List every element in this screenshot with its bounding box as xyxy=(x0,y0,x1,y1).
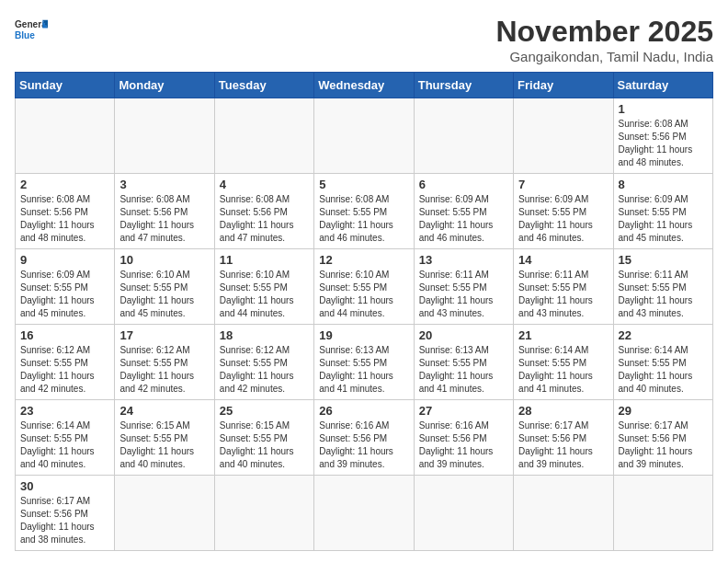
weekday-header-saturday: Saturday xyxy=(613,73,712,98)
day-number: 15 xyxy=(619,253,708,267)
day-info: Sunrise: 6:14 AM Sunset: 5:55 PM Dayligh… xyxy=(619,344,708,396)
day-number: 5 xyxy=(319,178,408,191)
calendar-cell: 25Sunrise: 6:15 AM Sunset: 5:55 PM Dayli… xyxy=(214,400,313,476)
day-number: 16 xyxy=(20,328,109,342)
weekday-header-sunday: Sunday xyxy=(16,73,115,98)
calendar-cell: 19Sunrise: 6:13 AM Sunset: 5:55 PM Dayli… xyxy=(314,325,414,400)
calendar-cell xyxy=(214,98,313,174)
week-row-2: 2Sunrise: 6:08 AM Sunset: 5:56 PM Daylig… xyxy=(16,174,713,249)
page-container: General Blue November 2025 Gangaikondan,… xyxy=(15,15,713,551)
calendar-cell xyxy=(115,476,214,551)
day-number: 6 xyxy=(419,178,508,191)
day-info: Sunrise: 6:16 AM Sunset: 5:56 PM Dayligh… xyxy=(319,419,408,471)
day-info: Sunrise: 6:10 AM Sunset: 5:55 PM Dayligh… xyxy=(319,269,408,320)
location-title: Gangaikondan, Tamil Nadu, India xyxy=(495,49,713,64)
weekday-header-monday: Monday xyxy=(115,73,214,98)
logo: General Blue xyxy=(15,15,48,48)
calendar-cell: 2Sunrise: 6:08 AM Sunset: 5:56 PM Daylig… xyxy=(16,174,115,249)
calendar-cell: 4Sunrise: 6:08 AM Sunset: 5:56 PM Daylig… xyxy=(214,174,313,249)
day-number: 24 xyxy=(119,404,209,418)
calendar-cell: 11Sunrise: 6:10 AM Sunset: 5:55 PM Dayli… xyxy=(214,249,313,325)
week-row-1: 1Sunrise: 6:08 AM Sunset: 5:56 PM Daylig… xyxy=(16,98,713,174)
calendar-cell xyxy=(214,476,313,551)
day-info: Sunrise: 6:17 AM Sunset: 5:56 PM Dayligh… xyxy=(20,495,109,546)
day-info: Sunrise: 6:15 AM Sunset: 5:55 PM Dayligh… xyxy=(119,419,209,471)
day-number: 14 xyxy=(518,253,608,267)
day-info: Sunrise: 6:15 AM Sunset: 5:55 PM Dayligh… xyxy=(220,419,309,471)
day-number: 4 xyxy=(220,178,309,191)
day-number: 1 xyxy=(619,102,708,116)
day-number: 17 xyxy=(119,328,209,342)
day-info: Sunrise: 6:11 AM Sunset: 5:55 PM Dayligh… xyxy=(518,269,608,320)
day-number: 22 xyxy=(619,328,708,342)
day-number: 18 xyxy=(220,328,309,342)
day-info: Sunrise: 6:12 AM Sunset: 5:55 PM Dayligh… xyxy=(20,344,109,396)
calendar-cell: 21Sunrise: 6:14 AM Sunset: 5:55 PM Dayli… xyxy=(514,325,613,400)
calendar-cell xyxy=(115,98,214,174)
day-number: 23 xyxy=(20,404,109,418)
calendar-cell: 29Sunrise: 6:17 AM Sunset: 5:56 PM Dayli… xyxy=(613,400,712,476)
day-info: Sunrise: 6:09 AM Sunset: 5:55 PM Dayligh… xyxy=(619,193,708,245)
day-number: 30 xyxy=(20,479,109,493)
day-info: Sunrise: 6:14 AM Sunset: 5:55 PM Dayligh… xyxy=(20,419,109,471)
day-number: 7 xyxy=(518,178,608,191)
calendar-cell: 23Sunrise: 6:14 AM Sunset: 5:55 PM Dayli… xyxy=(16,400,115,476)
calendar-cell xyxy=(314,476,414,551)
month-title: November 2025 xyxy=(495,15,713,49)
day-number: 9 xyxy=(20,253,109,267)
calendar-cell: 27Sunrise: 6:16 AM Sunset: 5:56 PM Dayli… xyxy=(414,400,513,476)
calendar-cell: 30Sunrise: 6:17 AM Sunset: 5:56 PM Dayli… xyxy=(16,476,115,551)
day-number: 20 xyxy=(419,328,508,342)
weekday-header-thursday: Thursday xyxy=(414,73,513,98)
day-info: Sunrise: 6:08 AM Sunset: 5:56 PM Dayligh… xyxy=(619,118,708,169)
calendar-cell: 10Sunrise: 6:10 AM Sunset: 5:55 PM Dayli… xyxy=(115,249,214,325)
day-info: Sunrise: 6:16 AM Sunset: 5:56 PM Dayligh… xyxy=(419,419,508,471)
day-number: 28 xyxy=(518,404,608,418)
header: General Blue November 2025 Gangaikondan,… xyxy=(15,15,713,64)
day-number: 11 xyxy=(220,253,309,267)
calendar-cell: 26Sunrise: 6:16 AM Sunset: 5:56 PM Dayli… xyxy=(314,400,414,476)
calendar-cell: 28Sunrise: 6:17 AM Sunset: 5:56 PM Dayli… xyxy=(514,400,613,476)
day-number: 10 xyxy=(119,253,209,267)
weekday-header-row: SundayMondayTuesdayWednesdayThursdayFrid… xyxy=(16,73,713,98)
title-block: November 2025 Gangaikondan, Tamil Nadu, … xyxy=(495,15,713,64)
calendar-cell: 16Sunrise: 6:12 AM Sunset: 5:55 PM Dayli… xyxy=(16,325,115,400)
calendar-cell: 12Sunrise: 6:10 AM Sunset: 5:55 PM Dayli… xyxy=(314,249,414,325)
calendar-cell: 3Sunrise: 6:08 AM Sunset: 5:56 PM Daylig… xyxy=(115,174,214,249)
calendar-cell: 8Sunrise: 6:09 AM Sunset: 5:55 PM Daylig… xyxy=(613,174,712,249)
day-info: Sunrise: 6:10 AM Sunset: 5:55 PM Dayligh… xyxy=(119,269,209,320)
day-number: 29 xyxy=(619,404,708,418)
day-info: Sunrise: 6:13 AM Sunset: 5:55 PM Dayligh… xyxy=(319,344,408,396)
day-info: Sunrise: 6:08 AM Sunset: 5:56 PM Dayligh… xyxy=(20,193,109,245)
weekday-header-tuesday: Tuesday xyxy=(214,73,313,98)
day-number: 13 xyxy=(419,253,508,267)
calendar-cell: 1Sunrise: 6:08 AM Sunset: 5:56 PM Daylig… xyxy=(613,98,712,174)
day-number: 26 xyxy=(319,404,408,418)
day-info: Sunrise: 6:09 AM Sunset: 5:55 PM Dayligh… xyxy=(20,269,109,320)
calendar-cell: 22Sunrise: 6:14 AM Sunset: 5:55 PM Dayli… xyxy=(613,325,712,400)
day-number: 8 xyxy=(619,178,708,191)
day-info: Sunrise: 6:10 AM Sunset: 5:55 PM Dayligh… xyxy=(220,269,309,320)
logo-icon: General Blue xyxy=(15,15,48,48)
day-number: 12 xyxy=(319,253,408,267)
calendar-cell: 13Sunrise: 6:11 AM Sunset: 5:55 PM Dayli… xyxy=(414,249,513,325)
day-info: Sunrise: 6:08 AM Sunset: 5:55 PM Dayligh… xyxy=(319,193,408,245)
day-number: 25 xyxy=(220,404,309,418)
calendar-cell: 14Sunrise: 6:11 AM Sunset: 5:55 PM Dayli… xyxy=(514,249,613,325)
day-info: Sunrise: 6:13 AM Sunset: 5:55 PM Dayligh… xyxy=(419,344,508,396)
calendar-cell: 15Sunrise: 6:11 AM Sunset: 5:55 PM Dayli… xyxy=(613,249,712,325)
day-number: 27 xyxy=(419,404,508,418)
day-info: Sunrise: 6:09 AM Sunset: 5:55 PM Dayligh… xyxy=(518,193,608,245)
week-row-6: 30Sunrise: 6:17 AM Sunset: 5:56 PM Dayli… xyxy=(16,476,713,551)
calendar-cell xyxy=(613,476,712,551)
calendar-cell: 7Sunrise: 6:09 AM Sunset: 5:55 PM Daylig… xyxy=(514,174,613,249)
calendar-cell xyxy=(514,98,613,174)
day-number: 21 xyxy=(518,328,608,342)
calendar-cell: 24Sunrise: 6:15 AM Sunset: 5:55 PM Dayli… xyxy=(115,400,214,476)
day-number: 19 xyxy=(319,328,408,342)
week-row-3: 9Sunrise: 6:09 AM Sunset: 5:55 PM Daylig… xyxy=(16,249,713,325)
calendar-cell: 6Sunrise: 6:09 AM Sunset: 5:55 PM Daylig… xyxy=(414,174,513,249)
day-info: Sunrise: 6:14 AM Sunset: 5:55 PM Dayligh… xyxy=(518,344,608,396)
calendar-cell: 17Sunrise: 6:12 AM Sunset: 5:55 PM Dayli… xyxy=(115,325,214,400)
week-row-5: 23Sunrise: 6:14 AM Sunset: 5:55 PM Dayli… xyxy=(16,400,713,476)
